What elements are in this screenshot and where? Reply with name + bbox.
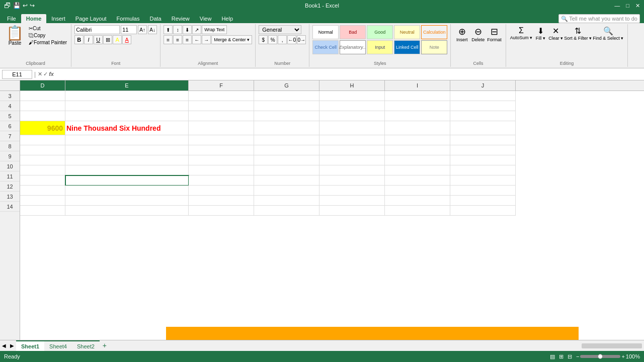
cell-f6[interactable] (189, 121, 254, 135)
cell-f4[interactable] (189, 101, 254, 111)
bold-button[interactable]: B (74, 35, 84, 44)
cell-f9[interactable] (189, 155, 254, 165)
style-calculation-cell[interactable]: Calculation (421, 25, 447, 39)
sort-filter-button[interactable]: ⇅ Sort & Filter ▾ (564, 26, 592, 41)
row-header-8[interactable]: 8 (0, 141, 20, 151)
align-top-button[interactable]: ⬆ (164, 25, 173, 34)
font-size-input[interactable] (121, 25, 137, 34)
sheet-nav-right[interactable]: ▶ (8, 342, 16, 350)
format-button[interactable]: ⊟ Format (487, 26, 502, 42)
cell-g13[interactable] (254, 196, 319, 206)
cell-j6[interactable] (450, 121, 516, 135)
align-middle-button[interactable]: ↕ (173, 25, 182, 34)
insert-button[interactable]: ⊕ Insert (455, 26, 469, 42)
font-size-increase[interactable]: A↑ (138, 25, 147, 34)
cell-i9[interactable] (385, 155, 450, 165)
percent-button[interactable]: % (268, 35, 277, 44)
cut-button[interactable]: ✂ Cut (28, 25, 68, 32)
cell-i6[interactable] (385, 121, 450, 135)
cell-d13[interactable] (20, 196, 65, 206)
cell-e14[interactable] (65, 206, 189, 216)
tell-me-input[interactable]: 🔍 Tell me what you want to do (558, 14, 640, 23)
cell-e12[interactable] (65, 186, 189, 196)
col-header-i[interactable]: I (385, 80, 450, 90)
italic-button[interactable]: I (84, 35, 93, 44)
row-header-7[interactable]: 7 (0, 131, 20, 141)
cell-j12[interactable] (450, 186, 516, 196)
cell-h6[interactable] (319, 121, 385, 135)
col-header-h[interactable]: H (319, 80, 385, 90)
row-header-6[interactable]: 6 (0, 121, 20, 131)
tab-home[interactable]: Home (21, 14, 47, 23)
cell-i3[interactable] (385, 91, 450, 101)
font-color-button[interactable]: A (122, 35, 131, 44)
cell-f14[interactable] (189, 206, 254, 216)
cell-h11[interactable] (319, 175, 385, 186)
cell-h9[interactable] (319, 155, 385, 165)
style-good-cell[interactable]: Good (367, 25, 393, 39)
align-left-button[interactable]: ≡ (164, 35, 173, 44)
cell-i5[interactable] (385, 111, 450, 121)
cell-h8[interactable] (319, 145, 385, 155)
tab-view[interactable]: View (195, 14, 217, 23)
autosum-button[interactable]: Σ AutoSum ▾ (510, 26, 533, 40)
font-name-input[interactable] (74, 25, 120, 34)
accounting-button[interactable]: $ (259, 35, 268, 44)
style-neutral-cell[interactable]: Neutral (394, 25, 420, 39)
cell-i12[interactable] (385, 186, 450, 196)
col-header-f[interactable]: F (189, 80, 254, 90)
style-note-cell[interactable]: Note (421, 40, 447, 54)
row-header-9[interactable]: 9 (0, 151, 20, 161)
style-bad-cell[interactable]: Bad (340, 25, 366, 39)
row-header-5[interactable]: 5 (0, 111, 20, 121)
increase-decimal-button[interactable]: 0→ (297, 35, 306, 44)
cell-f11[interactable] (189, 175, 254, 186)
style-linked-cell[interactable]: Linked Cell (394, 40, 420, 54)
format-painter-button[interactable]: 🖌 Format Painter (28, 39, 68, 46)
cell-i10[interactable] (385, 165, 450, 175)
cell-d14[interactable] (20, 206, 65, 216)
cell-g14[interactable] (254, 206, 319, 216)
font-size-decrease[interactable]: A↓ (148, 25, 157, 34)
cell-f5[interactable] (189, 111, 254, 121)
cell-j7[interactable] (450, 135, 516, 145)
wrap-text-button[interactable]: Wrap Text (202, 25, 227, 34)
maximize-button[interactable]: □ (626, 3, 629, 9)
sheet-tab-sheet1[interactable]: Sheet1 (16, 340, 44, 351)
cell-h12[interactable] (319, 186, 385, 196)
tab-formulas[interactable]: Formulas (112, 14, 145, 23)
cell-d7[interactable] (20, 135, 65, 145)
cell-e9[interactable] (65, 155, 189, 165)
cell-h14[interactable] (319, 206, 385, 216)
row-header-3[interactable]: 3 (0, 91, 20, 101)
align-right-button[interactable]: ≡ (183, 35, 192, 44)
close-button[interactable]: ✕ (635, 3, 640, 9)
cell-i13[interactable] (385, 196, 450, 206)
tab-data[interactable]: Data (144, 14, 166, 23)
underline-button[interactable]: U (94, 35, 103, 44)
cell-h7[interactable] (319, 135, 385, 145)
cell-d10[interactable] (20, 165, 65, 175)
add-sheet-button[interactable]: + (100, 340, 110, 350)
col-header-j[interactable]: J (450, 80, 516, 90)
view-break-icon[interactable]: ⊟ (568, 353, 572, 360)
increase-indent-button[interactable]: → (202, 35, 211, 44)
col-header-d[interactable]: D (20, 80, 65, 90)
align-center-button[interactable]: ≡ (173, 35, 182, 44)
cell-d12[interactable] (20, 186, 65, 196)
cell-g6[interactable] (254, 121, 319, 135)
style-input-cell[interactable]: Input (367, 40, 393, 54)
text-direction-button[interactable]: ↗ (192, 25, 201, 34)
tab-insert[interactable]: Insert (46, 14, 70, 23)
number-format-select[interactable]: General (259, 25, 301, 34)
sheet-tab-sheet2[interactable]: Sheet2 (72, 340, 100, 351)
cell-h3[interactable] (319, 91, 385, 101)
tab-review[interactable]: Review (167, 14, 195, 23)
cancel-formula-icon[interactable]: ✕ (38, 71, 42, 77)
cell-f12[interactable] (189, 186, 254, 196)
cell-d5[interactable] (20, 111, 65, 121)
cell-h13[interactable] (319, 196, 385, 206)
cell-i11[interactable] (385, 175, 450, 186)
copy-button[interactable]: ⿻ Copy (28, 32, 68, 39)
style-normal-cell[interactable]: Normal (312, 25, 339, 39)
